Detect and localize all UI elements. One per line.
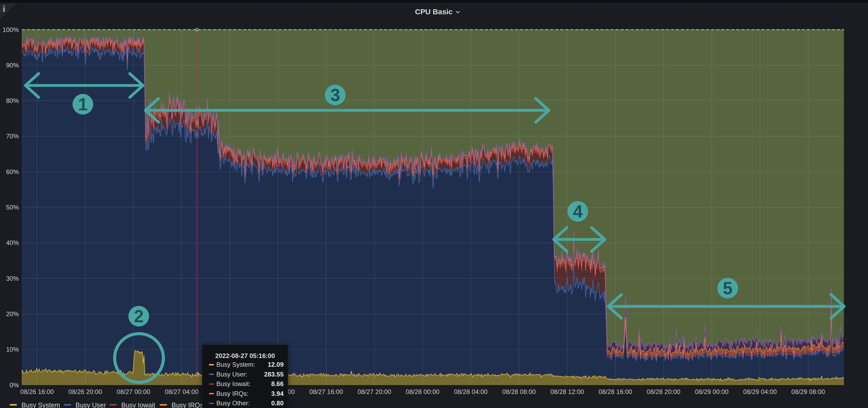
svg-text:70%: 70%: [6, 133, 19, 140]
svg-text:08/28 16:00: 08/28 16:00: [599, 388, 632, 395]
svg-text:08/28 12:00: 08/28 12:00: [551, 388, 584, 395]
svg-text:08/29 04:00: 08/29 04:00: [743, 388, 777, 395]
svg-text:08/29 08:00: 08/29 08:00: [792, 388, 825, 395]
svg-text:100%: 100%: [3, 26, 19, 33]
svg-text:08/27 16:00: 08/27 16:00: [310, 388, 343, 395]
svg-text:08/28 20:00: 08/28 20:00: [647, 388, 681, 395]
svg-text:08/26 20:00: 08/26 20:00: [69, 388, 102, 395]
svg-text:08/28 04:00: 08/28 04:00: [454, 388, 488, 395]
svg-text:30%: 30%: [6, 275, 19, 282]
svg-text:08/26 16:00: 08/26 16:00: [21, 388, 54, 395]
svg-text:08/27 04:00: 08/27 04:00: [165, 388, 198, 395]
svg-text:50%: 50%: [6, 204, 19, 211]
svg-text:3: 3: [331, 85, 340, 105]
svg-text:5: 5: [723, 278, 733, 298]
svg-text:08/28 08:00: 08/28 08:00: [502, 388, 536, 395]
svg-text:08/27 00:00: 08/27 00:00: [117, 388, 150, 395]
svg-text:60%: 60%: [6, 168, 19, 175]
svg-text:20%: 20%: [6, 310, 19, 317]
svg-text:90%: 90%: [6, 62, 19, 69]
svg-text:80%: 80%: [6, 97, 19, 104]
svg-text:2: 2: [134, 306, 144, 326]
svg-text:08/29 00:00: 08/29 00:00: [695, 388, 729, 395]
svg-text:4: 4: [573, 202, 583, 221]
svg-text:08/27 20:00: 08/27 20:00: [358, 388, 391, 395]
svg-text:40%: 40%: [6, 239, 19, 246]
svg-text:0%: 0%: [9, 381, 19, 389]
svg-text:08/28 00:00: 08/28 00:00: [406, 388, 440, 395]
svg-text:10%: 10%: [6, 346, 19, 353]
svg-text:1: 1: [78, 95, 88, 114]
